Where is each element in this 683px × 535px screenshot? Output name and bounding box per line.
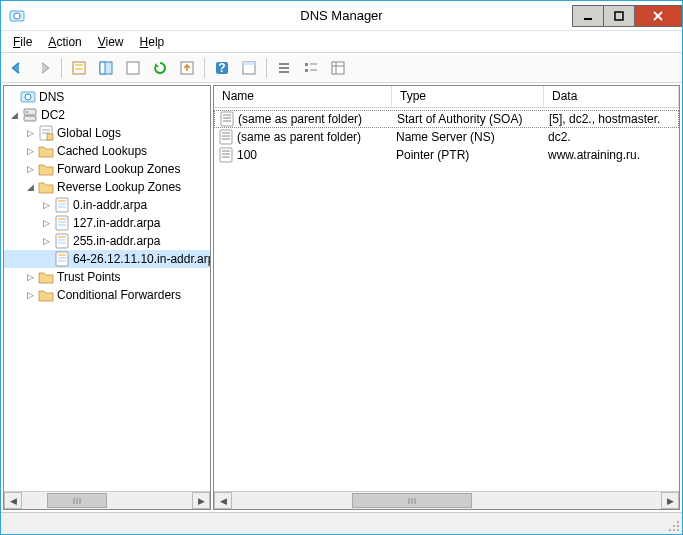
tree-label: Cached Lookups [57,144,147,158]
list-rows[interactable]: (same as parent folder) Start of Authori… [214,108,679,491]
scroll-right-icon[interactable]: ▶ [192,492,210,509]
tree-zone-0[interactable]: ▷ 0.in-addr.arpa [4,196,210,214]
tree-root-dns[interactable]: DNS [4,88,210,106]
tree-label: Global Logs [57,126,121,140]
minimize-button[interactable] [572,5,604,27]
expand-icon[interactable]: ▷ [24,127,36,139]
tree-label: Trust Points [57,270,121,284]
record-icon [218,129,234,145]
folder-icon [38,269,54,285]
folder-icon [38,179,54,195]
menu-help[interactable]: Help [132,33,173,51]
cell-data: dc2. [544,130,679,144]
scroll-right-icon[interactable]: ▶ [661,492,679,509]
svg-point-53 [677,529,679,531]
list-row[interactable]: 100 Pointer (PTR) www.atraining.ru. [214,146,679,164]
view-details-button[interactable] [326,56,350,80]
server-icon [22,107,38,123]
column-header-data[interactable]: Data [544,86,679,107]
tree[interactable]: DNS ◢ DC2 [4,86,210,491]
statusbar [1,512,682,534]
tree-label: 127.in-addr.arpa [73,216,160,230]
scroll-thumb[interactable] [352,493,472,508]
tree-forward-zones[interactable]: ▷ Forward Lookup Zones [4,160,210,178]
expand-icon[interactable]: ▷ [40,235,52,247]
svg-point-49 [673,525,675,527]
svg-point-51 [669,529,671,531]
delete-button[interactable] [121,56,145,80]
scroll-left-icon[interactable]: ◀ [214,492,232,509]
export-button[interactable] [175,56,199,80]
svg-point-50 [677,525,679,527]
back-button[interactable] [5,56,29,80]
scroll-thumb[interactable] [47,493,107,508]
tree-label: Conditional Forwarders [57,288,181,302]
scroll-left-icon[interactable]: ◀ [4,492,22,509]
show-hide-tree-button[interactable] [67,56,91,80]
cell-name: (same as parent folder) [238,112,362,126]
tree-reverse-zones[interactable]: ◢ Reverse Lookup Zones [4,178,210,196]
tree-zone-127[interactable]: ▷ 127.in-addr.arpa [4,214,210,232]
tree-trust-points[interactable]: ▷ Trust Points [4,268,210,286]
cell-type: Start of Authority (SOA) [393,112,545,126]
tree-global-logs[interactable]: ▷ Global Logs [4,124,210,142]
menu-file[interactable]: File [5,33,40,51]
tree-label: 64-26.12.11.10.in-addr.arpa [73,252,210,266]
tree-conditional-forwarders[interactable]: ▷ Conditional Forwarders [4,286,210,304]
tree-zone-255[interactable]: ▷ 255.in-addr.arpa [4,232,210,250]
cell-name: (same as parent folder) [237,130,361,144]
expand-icon[interactable]: ▷ [24,163,36,175]
help-button[interactable] [210,56,234,80]
toolbar-separator [266,58,267,78]
view-list-button[interactable] [299,56,323,80]
filter-button[interactable] [237,56,261,80]
tree-server[interactable]: ◢ DC2 [4,106,210,124]
resize-grip-icon[interactable] [666,518,680,532]
menu-action[interactable]: Action [40,33,89,51]
expand-icon[interactable] [6,91,18,103]
cell-type: Name Server (NS) [392,130,544,144]
cell-name: 100 [237,148,257,162]
column-header-type[interactable]: Type [392,86,544,107]
collapse-icon[interactable]: ◢ [24,181,36,193]
properties-button[interactable] [94,56,118,80]
list-horizontal-scrollbar[interactable]: ◀ ▶ [214,491,679,509]
expand-icon[interactable]: ▷ [40,217,52,229]
titlebar[interactable]: DNS Manager [1,1,682,31]
tree-cached-lookups[interactable]: ▷ Cached Lookups [4,142,210,160]
expand-icon[interactable]: ▷ [24,271,36,283]
expand-icon[interactable] [40,253,52,265]
forward-button[interactable] [32,56,56,80]
view-large-button[interactable] [272,56,296,80]
record-icon [219,111,235,127]
zone-icon [54,197,70,213]
folder-icon [38,143,54,159]
tree-label: Forward Lookup Zones [57,162,180,176]
list-row[interactable]: (same as parent folder) Name Server (NS)… [214,128,679,146]
expand-icon[interactable]: ▷ [40,199,52,211]
refresh-button[interactable] [148,56,172,80]
expand-icon[interactable]: ▷ [24,289,36,301]
toolbar-separator [61,58,62,78]
toolbar [1,53,682,83]
expand-icon[interactable]: ▷ [24,145,36,157]
collapse-icon[interactable]: ◢ [8,109,20,121]
close-button[interactable] [634,5,682,27]
list-pane: Name Type Data (same as parent folder) S… [213,85,680,510]
record-icon [218,147,234,163]
list-header: Name Type Data [214,86,679,108]
zone-icon [54,233,70,249]
cell-type: Pointer (PTR) [392,148,544,162]
list-row[interactable]: (same as parent folder) Start of Authori… [214,110,679,128]
column-header-name[interactable]: Name [214,86,392,107]
tree-horizontal-scrollbar[interactable]: ◀ ▶ [4,491,210,509]
svg-point-52 [673,529,675,531]
tree-label: 255.in-addr.arpa [73,234,160,248]
tree-zone-selected[interactable]: 64-26.12.11.10.in-addr.arpa [4,250,210,268]
menu-view[interactable]: View [90,33,132,51]
dns-root-icon [20,89,36,105]
dns-manager-window: DNS Manager File Action View Help [0,0,683,535]
tree-label: 0.in-addr.arpa [73,198,147,212]
window-title: DNS Manager [300,8,382,23]
maximize-button[interactable] [603,5,635,27]
